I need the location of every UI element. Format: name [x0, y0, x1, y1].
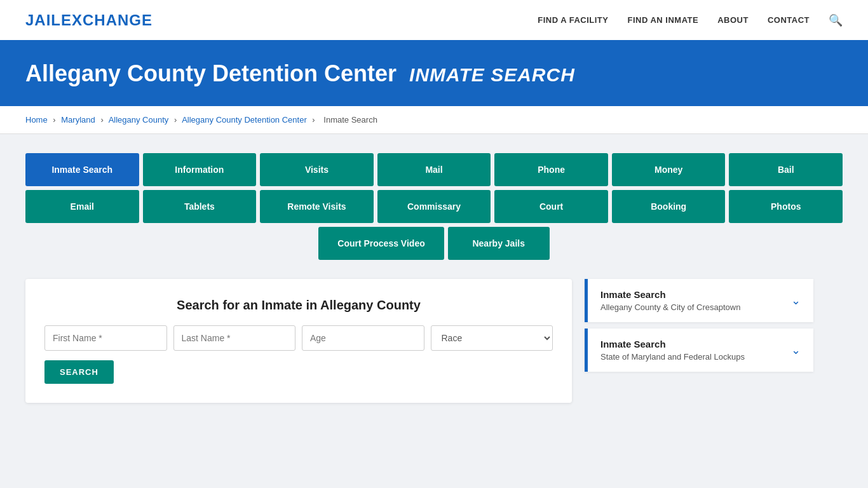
- search-inputs: Race White Black Hispanic Asian Other: [44, 325, 553, 351]
- search-icon[interactable]: 🔍: [829, 13, 843, 27]
- nav-find-inmate[interactable]: FIND AN INMATE: [627, 15, 698, 25]
- sidebar-card-2-subtitle: State of Maryland and Federal Lockups: [600, 352, 745, 362]
- breadcrumb: Home › Maryland › Allegany County › Alle…: [0, 106, 868, 134]
- sidebar: Inmate Search Allegany County & City of …: [585, 279, 813, 403]
- breadcrumb-home[interactable]: Home: [25, 115, 48, 125]
- tab-money[interactable]: Money: [612, 153, 726, 186]
- breadcrumb-facility[interactable]: Allegany County Detention Center: [182, 115, 307, 125]
- logo-jail: JAIL: [25, 11, 61, 29]
- logo-exchange: EXCHANGE: [61, 11, 153, 29]
- tab-tablets[interactable]: Tablets: [143, 190, 257, 223]
- tab-nearby-jails[interactable]: Nearby Jails: [448, 227, 550, 260]
- tab-visits[interactable]: Visits: [260, 153, 374, 186]
- search-form-box: Search for an Inmate in Allegany County …: [25, 279, 572, 403]
- breadcrumb-current: Inmate Search: [323, 115, 377, 125]
- race-select[interactable]: Race White Black Hispanic Asian Other: [431, 325, 553, 351]
- sidebar-card-1[interactable]: Inmate Search Allegany County & City of …: [585, 279, 813, 322]
- sidebar-card-1-title: Inmate Search: [600, 289, 740, 300]
- tab-commissary[interactable]: Commissary: [377, 190, 491, 223]
- search-button[interactable]: SEARCH: [44, 360, 114, 384]
- breadcrumb-allegany-county[interactable]: Allegany County: [109, 115, 169, 125]
- tab-remote-visits[interactable]: Remote Visits: [260, 190, 374, 223]
- tabs-row-2: Email Tablets Remote Visits Commissary C…: [25, 190, 843, 223]
- search-form-title: Search for an Inmate in Allegany County: [44, 298, 553, 313]
- nav-find-facility[interactable]: FIND A FACILITY: [538, 15, 608, 25]
- tab-email[interactable]: Email: [25, 190, 139, 223]
- tab-booking[interactable]: Booking: [612, 190, 726, 223]
- tabs-container: Inmate Search Information Visits Mail Ph…: [25, 153, 843, 260]
- tab-inmate-search[interactable]: Inmate Search: [25, 153, 139, 186]
- tab-bail[interactable]: Bail: [729, 153, 843, 186]
- main-nav: FIND A FACILITY FIND AN INMATE ABOUT CON…: [538, 13, 843, 27]
- sidebar-card-2[interactable]: Inmate Search State of Maryland and Fede…: [585, 329, 813, 372]
- last-name-input[interactable]: [173, 325, 296, 351]
- tabs-row-1: Inmate Search Information Visits Mail Ph…: [25, 153, 843, 186]
- hero-banner: Allegany County Detention Center INMATE …: [0, 41, 868, 106]
- chevron-down-icon-2: ⌄: [791, 343, 801, 357]
- site-logo[interactable]: JAILEXCHANGE: [25, 11, 153, 29]
- chevron-down-icon: ⌄: [791, 294, 801, 308]
- nav-about[interactable]: ABOUT: [717, 15, 749, 25]
- sidebar-card-2-title: Inmate Search: [600, 339, 745, 349]
- site-header: JAILEXCHANGE FIND A FACILITY FIND AN INM…: [0, 0, 868, 41]
- tabs-row-3: Court Process Video Nearby Jails: [25, 227, 843, 260]
- content-main: Search for an Inmate in Allegany County …: [25, 279, 572, 403]
- hero-title: Allegany County Detention Center INMATE …: [25, 60, 843, 87]
- tab-court[interactable]: Court: [494, 190, 608, 223]
- main-content: Inmate Search Information Visits Mail Ph…: [0, 134, 868, 422]
- age-input[interactable]: [302, 325, 424, 351]
- tab-phone[interactable]: Phone: [494, 153, 608, 186]
- tab-photos[interactable]: Photos: [729, 190, 843, 223]
- breadcrumb-maryland[interactable]: Maryland: [61, 115, 95, 125]
- sidebar-card-1-subtitle: Allegany County & City of Cresaptown: [600, 302, 740, 312]
- content-layout: Search for an Inmate in Allegany County …: [25, 279, 843, 403]
- tab-information[interactable]: Information: [143, 153, 257, 186]
- tab-court-process-video[interactable]: Court Process Video: [318, 227, 444, 260]
- first-name-input[interactable]: [44, 325, 167, 351]
- tab-mail[interactable]: Mail: [377, 153, 491, 186]
- nav-contact[interactable]: CONTACT: [768, 15, 810, 25]
